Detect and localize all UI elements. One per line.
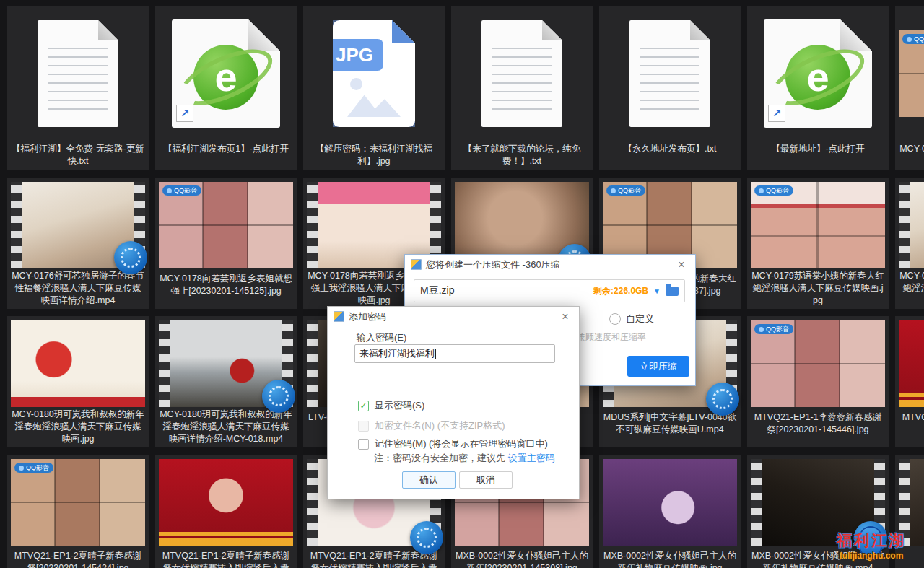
browser-e-logo: e (785, 45, 850, 110)
radio-custom-label: 自定义 (626, 313, 654, 325)
file-item[interactable]: e↗ 【最新地址】-点此打开 (747, 6, 889, 170)
qqplayer-badge-icon (706, 383, 739, 416)
jpg-file-icon: JPG (333, 20, 415, 127)
chevron-down-icon[interactable]: ▼ (653, 287, 661, 295)
custom-radio-row[interactable]: 自定义 (609, 313, 654, 325)
file-item[interactable]: MCY-0179苏语棠小姨的新春大红鲍淫浪骚人满天下麻豆传媒映画详情介绍.mp4 (895, 178, 924, 309)
file-thumbnail-area: QQ影音 (155, 178, 297, 271)
encrypt-names-checkbox (358, 421, 369, 432)
qqplayer-badge-icon (854, 521, 887, 554)
file-name-label: MCY-0179苏语棠小姨的新春大红鲍淫浪骚人满天下麻豆传媒映画详情介绍.mp4 (895, 270, 924, 309)
show-password-row[interactable]: ✓ 显示密码(S) (358, 399, 424, 412)
jpg-label: JPG (326, 39, 383, 71)
file-thumbnail-area (895, 316, 924, 410)
dialog-title: 添加密码 (349, 310, 553, 323)
file-item[interactable]: 【永久地址发布页】.txt (599, 6, 741, 170)
file-item[interactable]: MTVQ21-EP1-2夏晴子新春感谢祭女优榨精赛插入即缩紧后入嫩 (155, 455, 297, 568)
close-icon[interactable]: × (557, 310, 573, 324)
file-item[interactable]: MCY-0180玥可岚我和叔叔的新年淫春炮淫浪骚人满天下麻豆传媒映画详情介绍-M… (155, 316, 297, 447)
qqplayer-logo-chip: QQ影音 (754, 324, 793, 334)
file-item[interactable]: 【来了就能下载的论坛，纯免费！】.txt (451, 6, 593, 170)
file-item[interactable]: 【福利江湖】全免费-无套路-更新快.txt (7, 6, 149, 170)
file-item[interactable]: MCY-0180玥可岚我和叔叔的新年淫春炮淫浪骚人满天下麻豆传媒映画.jpg (7, 316, 149, 447)
file-name-label (895, 550, 924, 553)
file-name-label: MCY-0180玥可岚我和叔叔的新年淫春炮淫浪骚人满天下麻豆传媒映画详情介绍-M… (155, 408, 297, 447)
file-item[interactable]: QQ影音 MCY-0176舒可芯独居游子的春节性福[2023 (895, 6, 924, 170)
security-note-text: 注：密码没有安全加密，建议先 (374, 453, 508, 463)
image-thumbnail: QQ影音 (11, 459, 145, 546)
password-label: 输入密码(E) (357, 331, 406, 344)
txt-file-icon (38, 20, 118, 127)
browse-folder-icon[interactable] (666, 287, 679, 296)
file-item[interactable]: MCY-0176舒可芯独居游子的春节性福餐淫浪骚人满天下麻豆传媒映画详情介绍.m… (7, 178, 149, 309)
file-name-label: MXB-0002性爱女仆骚妲己主人的新年礼物麻豆传媒映画.jpg (599, 550, 741, 568)
file-thumbnail-area (895, 455, 924, 549)
file-thumbnail-area (7, 316, 149, 407)
image-thumbnail (603, 459, 737, 546)
shortcut-arrow-icon: ↗ (768, 105, 785, 122)
file-name-label: 【最新地址】-点此打开 (747, 143, 889, 158)
file-name-label: 【来了就能下载的论坛，纯免费！】.txt (451, 143, 593, 170)
archive-filename[interactable]: M豆.zip (420, 284, 588, 297)
cancel-button[interactable]: 取消 (459, 471, 513, 489)
compression-hint: 兼顾速度和压缩率 (577, 331, 646, 344)
set-master-password-link[interactable]: 设置主密码 (508, 453, 555, 463)
file-thumbnail-area: QQ影音 (747, 178, 889, 268)
file-thumbnail-area: QQ影音 (7, 455, 149, 549)
image-thumbnail (11, 320, 145, 407)
file-item[interactable]: JPG 【解压密码：来福利江湖找福利】.jpg (303, 6, 445, 170)
file-thumbnail-area: QQ影音 (895, 6, 924, 141)
image-thumbnail: QQ影音 (751, 182, 885, 268)
txt-file-icon (629, 20, 710, 127)
file-thumbnail-area (155, 316, 297, 407)
dialog-titlebar: 您将创建一个压缩文件 -360压缩 × (405, 255, 695, 274)
qqplayer-badge-icon (410, 521, 443, 554)
image-thumbnail: QQ影音 (751, 320, 885, 407)
file-name-label: 【永久地址发布页】.txt (599, 143, 741, 158)
text-caret (435, 349, 436, 359)
show-password-label: 显示密码(S) (375, 399, 424, 412)
show-password-checkbox[interactable]: ✓ (358, 401, 369, 411)
file-item[interactable] (895, 455, 924, 568)
compress-now-button[interactable]: 立即压缩 (627, 356, 689, 377)
file-explorer-view: { "icons": { "jpg_label": "JPG", "browse… (0, 0, 924, 568)
file-item[interactable]: MXB-0002性爱女仆骚妲己主人的新年礼物麻豆传媒映画.jpg (599, 455, 741, 568)
file-name-label: MTVQ21-EP1-2夏晴子新春感谢祭[20230201-145424].jp… (7, 550, 149, 568)
file-thumbnail-area (155, 455, 297, 549)
file-item[interactable]: QQ影音 MCY-0178向若芸刚返乡表姐就想强上[20230201-14512… (155, 178, 297, 309)
file-item[interactable]: QQ影音 MTVQ21-EP1-1李蓉蓉新春感谢祭[20230201-14544… (747, 316, 889, 447)
file-thumbnail-area: e↗ (747, 6, 889, 141)
file-thumbnail-area (7, 6, 149, 141)
remember-password-row[interactable]: 记住密码(M) (将会显示在管理密码窗口中) (358, 437, 548, 450)
remember-password-label: 记住密码(M) (将会显示在管理密码窗口中) (375, 437, 548, 450)
close-icon[interactable]: × (674, 258, 689, 272)
file-name-label: 【福利江湖】全免费-无套路-更新快.txt (7, 143, 149, 170)
file-item[interactable]: QQ影音 MTVQ21-EP1-2夏晴子新春感谢祭[20230201-14542… (7, 455, 149, 568)
txt-file-icon (481, 20, 562, 127)
image-thumbnail (159, 459, 293, 546)
file-name-label: MCY-0176舒可芯独居游子的春节性福餐淫浪骚人满天下麻豆传媒映画详情介绍.m… (7, 270, 149, 309)
browser-e-logo: e (193, 45, 258, 110)
file-name-label: MCY-0180玥可岚我和叔叔的新年淫春炮淫浪骚人满天下麻豆传媒映画.jpg (7, 408, 149, 447)
radio-custom[interactable] (609, 313, 621, 325)
360zip-icon (411, 259, 422, 270)
qqplayer-logo-chip: QQ影音 (902, 34, 924, 44)
file-thumbnail-area (747, 455, 889, 549)
archive-name-input[interactable]: M豆.zip 剩余:226.0GB ▼ (414, 279, 685, 302)
file-item[interactable]: MXB-0002性爱女仆骚妲己主人的新年礼物麻豆传媒映画.mp4 (747, 455, 889, 568)
confirm-button[interactable]: 确认 (402, 471, 456, 489)
image-thumbnail: QQ影音 (159, 182, 293, 268)
file-name-label: MTVQ21-EP1-1李蓉蓉新春感谢祭[20230201-145446].jp… (747, 411, 889, 439)
qqplayer-logo-chip: QQ影音 (754, 185, 793, 196)
file-item[interactable]: QQ影音 MCY-0179苏语棠小姨的新春大红鲍淫浪骚人满天下麻豆传媒映画.jp… (747, 178, 889, 309)
qqplayer-logo-chip: QQ影音 (162, 185, 201, 196)
shortcut-arrow-icon: ↗ (176, 105, 193, 122)
file-name-label: 【福利江湖发布页1】-点此打开 (155, 143, 297, 158)
file-item[interactable]: e↗ 【福利江湖发布页1】-点此打开 (155, 6, 297, 170)
add-password-dialog: 添加密码 × 输入密码(E) 来福利江湖找福利 ✓ 显示密码(S) 加密文件名(… (327, 306, 580, 499)
file-item[interactable]: MTVQ21-EP1-1李蓉蓉新春感谢祭大口吸 (895, 316, 924, 447)
password-input[interactable]: 来福利江湖找福利 (354, 344, 555, 363)
file-name-label: 【解压密码：来福利江湖找福利】.jpg (303, 143, 445, 170)
file-thumbnail-area (599, 455, 741, 549)
remember-password-checkbox[interactable] (358, 439, 369, 450)
